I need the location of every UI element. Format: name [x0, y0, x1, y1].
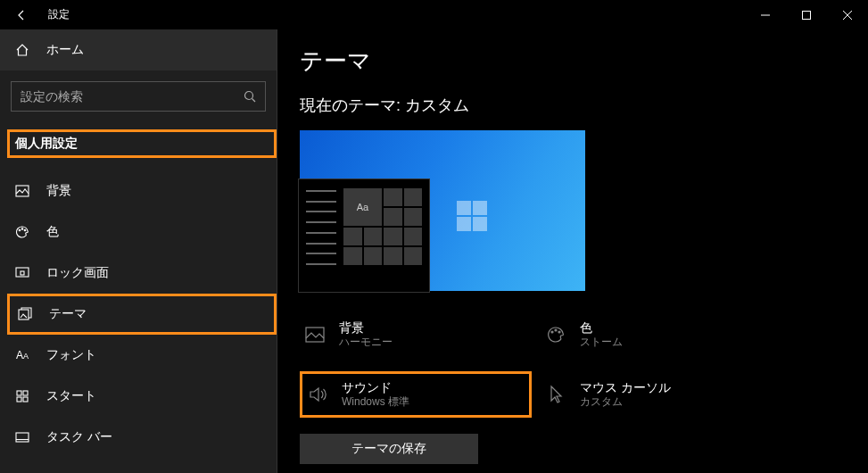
page-title: テーマ: [300, 46, 847, 77]
sidebar-nav: 背景 色 ロック画面 テーマ: [0, 170, 277, 458]
minimize-button[interactable]: [745, 0, 786, 29]
sidebar-item-color[interactable]: 色: [0, 212, 277, 253]
svg-rect-19: [306, 328, 324, 342]
window-title: 設定: [48, 7, 70, 22]
sidebar-item-label: 色: [46, 224, 59, 240]
maximize-button[interactable]: [786, 0, 827, 29]
setting-title: サウンド: [342, 379, 409, 395]
sidebar-item-themes[interactable]: テーマ: [10, 296, 274, 332]
svg-rect-11: [21, 271, 24, 275]
sidebar-item-label: フォント: [46, 347, 96, 363]
sidebar-category: 個人用設定: [10, 132, 83, 155]
sidebar-item-label: スタート: [46, 388, 96, 404]
cursor-icon: [544, 383, 567, 406]
svg-point-9: [24, 229, 26, 231]
setting-value: カスタム: [580, 395, 671, 410]
svg-rect-15: [17, 397, 21, 402]
image-icon: [14, 185, 30, 197]
svg-point-21: [555, 329, 557, 331]
svg-point-20: [551, 331, 553, 333]
svg-point-22: [558, 331, 560, 333]
setting-value: Windows 標準: [342, 395, 409, 410]
sidebar-item-label: タスク バー: [46, 429, 112, 445]
save-theme-button[interactable]: テーマの保存: [300, 434, 478, 464]
preview-tile-aa: Aa: [343, 188, 382, 226]
setting-title: マウス カーソル: [580, 379, 671, 395]
theme-setting-cursor[interactable]: マウス カーソル カスタム: [541, 371, 773, 418]
svg-rect-16: [23, 397, 28, 402]
image-icon: [303, 323, 327, 346]
theme-setting-sound[interactable]: サウンド Windows 標準: [302, 374, 434, 415]
svg-rect-17: [16, 433, 29, 442]
sidebar: ホーム 個人用設定 背景: [0, 29, 277, 473]
theme-setting-color[interactable]: 色 ストーム: [541, 314, 773, 355]
save-theme-label: テーマの保存: [351, 441, 426, 457]
theme-preview: Aa: [300, 130, 585, 291]
svg-rect-1: [803, 11, 811, 19]
back-button[interactable]: [0, 0, 43, 29]
content-area: テーマ 現在のテーマ: カスタム Aa: [277, 29, 868, 473]
sidebar-item-label: ロック画面: [46, 265, 109, 281]
sidebar-item-background[interactable]: 背景: [0, 170, 277, 212]
svg-line-5: [252, 99, 256, 103]
palette-icon: [14, 225, 30, 239]
sound-icon: [306, 383, 329, 406]
start-icon: [14, 390, 30, 402]
home-icon: [14, 43, 30, 57]
svg-point-4: [245, 92, 253, 100]
svg-point-8: [21, 228, 23, 230]
search-icon: [235, 90, 265, 103]
close-button[interactable]: [827, 0, 868, 29]
setting-value: ストーム: [580, 336, 623, 350]
svg-rect-14: [23, 391, 28, 395]
sidebar-home-label: ホーム: [46, 42, 84, 58]
theme-icon: [17, 307, 33, 321]
setting-title: 色: [580, 319, 623, 336]
title-bar: 設定: [0, 0, 868, 29]
setting-title: 背景: [339, 319, 393, 336]
svg-rect-13: [17, 391, 21, 395]
sidebar-home[interactable]: ホーム: [0, 29, 277, 71]
sidebar-item-label: 背景: [46, 183, 71, 199]
sidebar-item-taskbar[interactable]: タスク バー: [0, 417, 277, 458]
font-icon: AA: [14, 349, 30, 361]
search-input[interactable]: [12, 89, 235, 104]
svg-point-7: [19, 229, 21, 231]
theme-setting-background[interactable]: 背景 ハーモニー: [300, 314, 532, 355]
sidebar-item-label: テーマ: [49, 306, 87, 322]
sidebar-item-lockscreen[interactable]: ロック画面: [0, 253, 277, 294]
sidebar-item-fonts[interactable]: AA フォント: [0, 335, 277, 376]
sidebar-item-start[interactable]: スタート: [0, 376, 277, 417]
palette-icon: [544, 323, 567, 346]
taskbar-icon: [14, 432, 30, 443]
search-box[interactable]: [11, 81, 266, 112]
current-theme-heading: 現在のテーマ: カスタム: [300, 95, 847, 116]
setting-value: ハーモニー: [339, 336, 393, 350]
lockscreen-icon: [14, 267, 30, 279]
